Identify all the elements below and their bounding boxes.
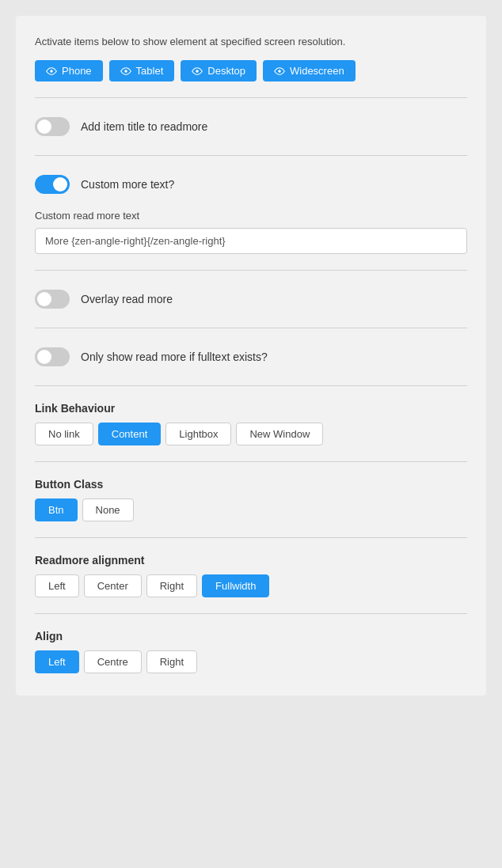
add-item-title-toggle[interactable]: [35, 117, 70, 136]
tablet-button[interactable]: Tablet: [109, 60, 175, 81]
widescreen-button[interactable]: Widescreen: [263, 60, 356, 81]
overlay-read-more-row: Overlay read more: [35, 286, 467, 312]
svg-point-2: [196, 70, 200, 73]
divider-4: [35, 328, 467, 328]
eye-icon: [46, 66, 57, 77]
eye-icon: [120, 66, 131, 77]
divider-2: [35, 155, 467, 156]
readmore-alignment-center[interactable]: Center: [84, 574, 142, 597]
eye-icon: [274, 66, 285, 77]
add-item-title-row: Add item title to readmore: [35, 114, 467, 139]
only-show-read-more-row: Only show read more if fulltext exists?: [35, 344, 467, 370]
divider-8: [35, 613, 467, 614]
custom-read-more-input[interactable]: [35, 228, 467, 254]
divider-5: [35, 385, 467, 386]
toggle-slider-2: [35, 175, 70, 194]
toggle-slider: [35, 117, 70, 136]
readmore-alignment-title: Readmore alignment: [35, 554, 467, 567]
overlay-read-more-toggle[interactable]: [35, 290, 70, 309]
align-options: Left Centre Right: [35, 650, 467, 673]
readmore-alignment-options: Left Center Right Fullwidth: [35, 574, 467, 597]
svg-point-0: [50, 70, 53, 73]
button-class-title: Button Class: [35, 478, 467, 491]
add-item-title-label: Add item title to readmore: [81, 120, 207, 133]
divider-1: [35, 97, 467, 98]
eye-icon: [192, 66, 203, 77]
divider-6: [35, 461, 467, 462]
align-title: Align: [35, 630, 467, 642]
readmore-alignment-section: Readmore alignment Left Center Right Ful…: [35, 554, 467, 597]
link-behaviour-section: Link Behaviour No link Content Lightbox …: [35, 402, 467, 445]
description-text: Activate items below to show element at …: [35, 35, 467, 49]
resolution-buttons-group: Phone Tablet Desktop Widescreen: [35, 60, 467, 81]
custom-more-text-toggle[interactable]: [35, 175, 70, 194]
button-class-none[interactable]: None: [82, 498, 134, 521]
phone-button[interactable]: Phone: [35, 60, 103, 81]
align-section: Align Left Centre Right: [35, 630, 467, 673]
align-left[interactable]: Left: [35, 650, 79, 673]
button-class-btn[interactable]: Btn: [35, 498, 78, 521]
align-centre[interactable]: Centre: [84, 650, 142, 673]
link-behaviour-options: No link Content Lightbox New Window: [35, 423, 467, 445]
link-behaviour-title: Link Behaviour: [35, 402, 467, 415]
button-class-section: Button Class Btn None: [35, 478, 467, 521]
svg-point-3: [278, 70, 281, 73]
readmore-alignment-right[interactable]: Right: [146, 574, 197, 597]
custom-read-more-label: Custom read more text: [35, 210, 467, 222]
link-behaviour-content[interactable]: Content: [98, 423, 162, 445]
link-behaviour-lightbox[interactable]: Lightbox: [165, 423, 231, 445]
link-behaviour-no-link[interactable]: No link: [35, 423, 93, 445]
custom-read-more-section: Custom read more text: [35, 210, 467, 254]
overlay-read-more-label: Overlay read more: [81, 293, 173, 305]
toggle-slider-3: [35, 290, 70, 309]
svg-point-1: [124, 70, 127, 73]
link-behaviour-new-window[interactable]: New Window: [236, 423, 323, 445]
align-right[interactable]: Right: [146, 650, 197, 673]
custom-more-text-label: Custom more text?: [81, 178, 174, 191]
divider-3: [35, 270, 467, 271]
readmore-alignment-left[interactable]: Left: [35, 574, 79, 597]
custom-more-text-row: Custom more text?: [35, 172, 467, 197]
readmore-alignment-fullwidth[interactable]: Fullwidth: [202, 574, 269, 597]
only-show-read-more-toggle[interactable]: [35, 347, 70, 366]
main-panel: Activate items below to show element at …: [16, 16, 486, 696]
button-class-options: Btn None: [35, 498, 467, 521]
desktop-button[interactable]: Desktop: [181, 60, 257, 81]
toggle-slider-4: [35, 347, 70, 366]
divider-7: [35, 537, 467, 538]
only-show-read-more-label: Only show read more if fulltext exists?: [81, 351, 268, 363]
